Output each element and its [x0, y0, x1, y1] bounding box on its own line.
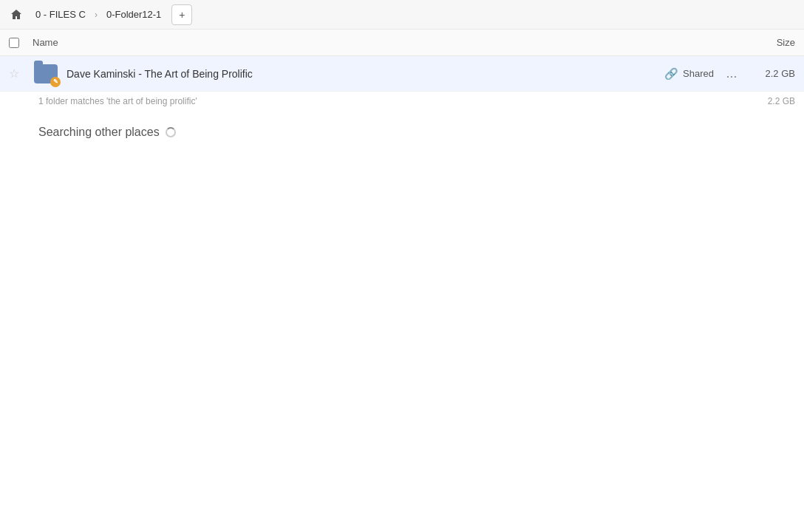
ellipsis-icon: ... [726, 66, 737, 81]
folder-badge: ✎ [50, 77, 61, 87]
select-all-checkbox[interactable] [9, 38, 19, 48]
breadcrumb-separator: › [95, 10, 98, 20]
searching-section: Searching other places [0, 111, 804, 154]
file-row[interactable]: ☆ ✎ Dave Kaminski - The Art of Being Pro… [0, 56, 804, 92]
searching-spinner [166, 127, 176, 137]
folder-icon: ✎ [33, 61, 59, 87]
header-checkbox-col [9, 38, 33, 48]
column-header: Name Size [0, 30, 804, 56]
breadcrumb-item-folder12[interactable]: 0-Folder12-1 [100, 6, 167, 23]
breadcrumb-label-folder12: 0-Folder12-1 [106, 9, 161, 20]
breadcrumb-label-files-c: 0 - FILES C [35, 9, 86, 20]
file-size: 2.2 GB [743, 68, 795, 79]
name-column-header: Name [33, 37, 736, 48]
subtitle-row: 1 folder matches 'the art of being proli… [0, 92, 804, 111]
matches-text: 1 folder matches 'the art of being proli… [38, 96, 197, 106]
star-icon[interactable]: ☆ [9, 66, 27, 81]
shared-label: Shared [683, 68, 714, 79]
file-checkbox-col: ☆ [9, 66, 33, 81]
share-icon: 🔗 [664, 67, 678, 81]
more-options-button[interactable]: ... [720, 66, 743, 81]
shared-area: 🔗 Shared [664, 67, 714, 81]
searching-title: Searching other places [38, 126, 766, 139]
breadcrumb-bar: 0 - FILES C › 0-Folder12-1 + [0, 0, 804, 30]
plus-icon: + [179, 9, 185, 21]
searching-label: Searching other places [38, 126, 160, 139]
home-button[interactable] [6, 4, 27, 25]
breadcrumb-add-button[interactable]: + [171, 4, 192, 25]
subtitle-size: 2.2 GB [768, 96, 795, 106]
file-name: Dave Kaminski - The Art of Being Prolifi… [67, 68, 664, 80]
size-column-header: Size [736, 37, 795, 48]
breadcrumb-item-files-c[interactable]: 0 - FILES C [30, 6, 92, 23]
